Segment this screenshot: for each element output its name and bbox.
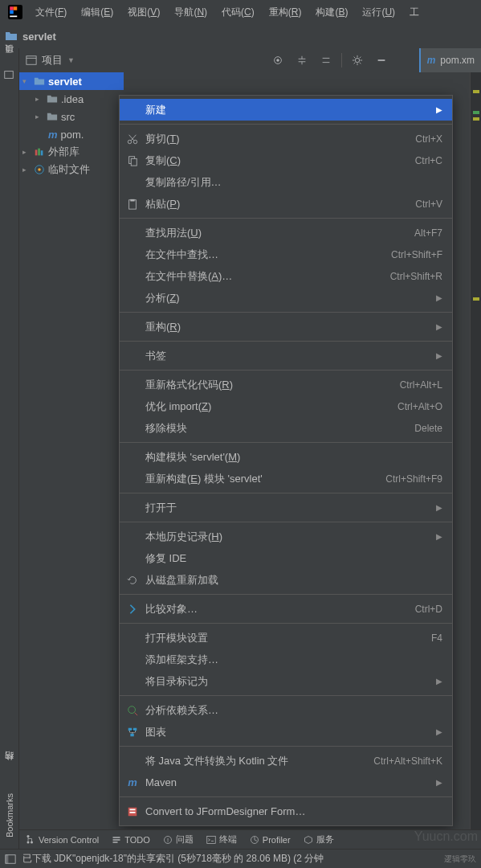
context-menu-item[interactable]: 图表▶ xyxy=(120,721,452,743)
bottom-problems[interactable]: !问题 xyxy=(163,833,194,845)
tree-item-src[interactable]: ▸ src xyxy=(19,108,124,125)
context-menu-label: 查找用法(U) xyxy=(145,226,410,240)
menu-separator xyxy=(120,695,452,696)
context-menu-item[interactable]: Convert to JFormDesigner Form… xyxy=(120,800,452,822)
maven-icon: m xyxy=(124,776,141,788)
context-menu-item[interactable]: 分析(Z)▶ xyxy=(120,287,452,309)
menu-view[interactable]: 视图(V) xyxy=(121,2,166,23)
context-menu-item[interactable]: 复制路径/引用… xyxy=(120,171,452,193)
shortcut-label: Ctrl+C xyxy=(415,155,442,166)
chevron-right-icon: ▶ xyxy=(436,105,442,114)
context-menu-label: Convert to JFormDesigner Form… xyxy=(145,805,442,817)
context-menu-item[interactable]: 书签▶ xyxy=(120,345,452,366)
tree-external-libs[interactable]: ▸ 外部库 xyxy=(19,143,124,161)
warning-marker[interactable] xyxy=(473,90,479,93)
menu-separator xyxy=(120,522,452,522)
breadcrumb-project[interactable]: servlet xyxy=(22,31,56,43)
svg-rect-12 xyxy=(35,149,38,155)
svg-rect-2 xyxy=(14,6,18,10)
context-menu-item[interactable]: 复制(C)Ctrl+C xyxy=(120,149,452,171)
ok-marker[interactable] xyxy=(473,111,479,114)
context-menu-item[interactable]: 剪切(T)Ctrl+X xyxy=(120,128,452,149)
context-menu-item[interactable]: 在文件中替换(A)…Ctrl+Shift+R xyxy=(120,265,452,287)
svg-rect-34 xyxy=(113,839,120,841)
context-menu-item[interactable]: 将目录标记为▶ xyxy=(120,670,452,692)
menu-run[interactable]: 运行(U) xyxy=(356,2,402,23)
menu-file[interactable]: 文件(F) xyxy=(29,2,73,23)
context-menu-item[interactable]: 重新格式化代码(R)Ctrl+Alt+L xyxy=(120,374,452,395)
select-opened-file-icon[interactable] xyxy=(269,51,287,69)
expand-all-icon[interactable] xyxy=(293,51,311,69)
bottom-services[interactable]: 服务 xyxy=(304,833,334,845)
menu-separator xyxy=(120,746,452,747)
context-menu-item[interactable]: mMaven▶ xyxy=(120,772,452,793)
menu-separator xyxy=(120,341,452,342)
project-view-dropdown[interactable]: 项目 ▼ xyxy=(26,53,75,68)
context-menu-item[interactable]: 在文件中查找…Ctrl+Shift+F xyxy=(120,244,452,265)
context-menu-item[interactable]: 新建▶ xyxy=(120,99,452,121)
context-menu-label: 重构(R) xyxy=(145,320,431,334)
context-menu-item[interactable]: 分析依赖关系… xyxy=(120,699,452,721)
context-menu-item[interactable]: 将 Java 文件转换为 Kotlin 文件Ctrl+Alt+Shift+K xyxy=(120,750,452,772)
bottom-todo[interactable]: TODO xyxy=(112,835,150,845)
tree-root-servlet[interactable]: ▾ servlet xyxy=(19,72,124,90)
context-menu-item[interactable]: 本地历史记录(H)▶ xyxy=(120,526,452,547)
context-menu-item[interactable]: 优化 import(Z)Ctrl+Alt+O xyxy=(120,395,452,417)
chevron-right-icon: ▸ xyxy=(35,95,43,103)
svg-rect-29 xyxy=(130,812,136,813)
gutter-bookmarks[interactable]: Bookmarks xyxy=(5,788,14,842)
context-menu-item[interactable]: 添加框架支持… xyxy=(120,649,452,670)
bottom-profiler[interactable]: Profiler xyxy=(250,835,291,845)
paste-icon xyxy=(124,199,141,210)
analyze-icon xyxy=(124,705,141,716)
context-menu-label: 打开于 xyxy=(145,501,431,515)
menu-navigate[interactable]: 导航(N) xyxy=(168,2,214,23)
gutter-structure[interactable]: 结构 xyxy=(3,763,15,772)
tree-scratch-label: 临时文件 xyxy=(48,162,90,177)
context-menu-item[interactable]: 从磁盘重新加载 xyxy=(120,569,452,591)
tree-item-pom[interactable]: m pom. xyxy=(19,125,124,143)
editor-tab-pom[interactable]: m pom.xm xyxy=(419,48,481,72)
menu-edit[interactable]: 编辑(E) xyxy=(75,2,120,23)
tree-item-label: .idea xyxy=(61,93,84,105)
form-icon xyxy=(124,806,141,817)
menu-refactor[interactable]: 重构(R) xyxy=(263,2,308,23)
bottom-terminal[interactable]: 终端 xyxy=(206,833,237,845)
tree-scratch[interactable]: ▸ 临时文件 xyxy=(19,161,124,178)
context-menu-label: 打开模块设置 xyxy=(145,631,426,645)
menu-build[interactable]: 构建(B) xyxy=(309,2,354,23)
context-menu-item[interactable]: 查找用法(U)Alt+F7 xyxy=(120,222,452,244)
context-menu-label: 分析(Z) xyxy=(145,291,431,305)
gear-icon[interactable] xyxy=(349,51,366,69)
menu-code[interactable]: 代码(C) xyxy=(215,2,261,23)
warning-marker[interactable] xyxy=(473,117,479,121)
tree-item-idea[interactable]: ▸ .idea xyxy=(19,90,124,108)
chevron-right-icon: ▸ xyxy=(22,166,31,174)
shortcut-label: Ctrl+V xyxy=(415,199,442,210)
svg-point-16 xyxy=(38,168,41,171)
context-menu-item[interactable]: 打开于▶ xyxy=(120,497,452,518)
hide-icon[interactable] xyxy=(373,51,390,69)
chevron-right-icon: ▶ xyxy=(436,778,442,787)
collapse-all-icon[interactable] xyxy=(317,51,335,69)
context-menu-item[interactable]: 重构(R)▶ xyxy=(120,316,452,338)
warning-marker[interactable] xyxy=(473,297,479,301)
reload-icon xyxy=(124,575,141,586)
status-window-icon[interactable] xyxy=(5,854,16,865)
context-menu-item[interactable]: 比较对象…Ctrl+D xyxy=(120,598,452,620)
context-menu-item[interactable]: 重新构建(E) 模块 'servlet'Ctrl+Shift+F9 xyxy=(120,468,452,489)
menu-tools[interactable]: 工 xyxy=(403,2,426,23)
context-menu-item[interactable]: 粘贴(P)Ctrl+V xyxy=(120,193,452,215)
bottom-version-control[interactable]: Version Control xyxy=(26,835,99,845)
context-menu-item[interactable]: 修复 IDE xyxy=(120,547,452,569)
context-menu-item[interactable]: 构建模块 'servlet'(M) xyxy=(120,446,452,468)
svg-point-17 xyxy=(128,140,131,143)
svg-rect-24 xyxy=(128,727,132,731)
folder-icon xyxy=(47,111,58,122)
svg-point-23 xyxy=(128,706,136,713)
shortcut-label: Delete xyxy=(414,423,442,434)
svg-rect-22 xyxy=(130,199,134,201)
context-menu-item[interactable]: 打开模块设置F4 xyxy=(120,627,452,649)
context-menu-item[interactable]: 移除模块Delete xyxy=(120,417,452,439)
gutter-project[interactable]: 项目 xyxy=(3,55,15,64)
